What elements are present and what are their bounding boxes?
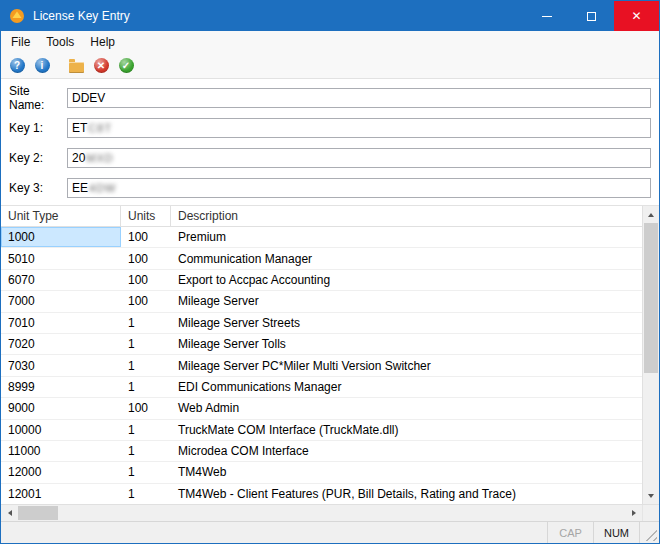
scrollbar-corner (642, 505, 659, 521)
license-form: Site Name:DDEVKey 1:ETC8TKey 2:20MXDKey … (1, 79, 659, 205)
cell-unit-type: 12000 (1, 462, 121, 482)
ok-button[interactable]: ✓ (117, 57, 135, 75)
minimize-button[interactable] (524, 1, 569, 31)
window-title: License Key Entry (33, 9, 130, 23)
menu-item-help[interactable]: Help (82, 31, 123, 53)
maximize-button[interactable] (569, 1, 614, 31)
cell-units: 100 (121, 248, 171, 268)
cell-units: 1 (121, 377, 171, 397)
cell-units: 1 (121, 462, 171, 482)
scroll-down-button[interactable] (643, 487, 659, 504)
horizontal-scrollbar-thumb[interactable] (18, 506, 58, 520)
cell-description: Communication Manager (171, 248, 642, 268)
cell-unit-type: 1000 (1, 227, 121, 247)
table-row[interactable]: 5010100Communication Manager (1, 248, 642, 269)
menu-item-file[interactable]: File (3, 31, 38, 53)
cell-unit-type: 9000 (1, 398, 121, 418)
table-body: 1000100Premium5010100Communication Manag… (1, 227, 642, 504)
key-1-value: ET (72, 121, 87, 135)
cell-units: 1 (121, 420, 171, 440)
key-3-label: Key 3: (9, 181, 67, 195)
arrow-up-icon (648, 213, 654, 217)
scroll-up-button[interactable] (643, 206, 659, 223)
cell-units: 1 (121, 334, 171, 354)
minimize-icon (542, 16, 552, 17)
cell-description: Export to Accpac Accounting (171, 270, 642, 290)
arrow-left-icon (8, 510, 12, 516)
key-3-masked-text: 4DW (89, 182, 116, 194)
table-row[interactable]: 70201Mileage Server Tolls (1, 334, 642, 355)
column-header-unit-type[interactable]: Unit Type (1, 206, 121, 226)
horizontal-scrollbar[interactable] (1, 504, 659, 521)
column-header-description[interactable]: Description (171, 206, 642, 226)
table-row[interactable]: 6070100Export to Accpac Accounting (1, 270, 642, 291)
close-icon: ✕ (631, 9, 641, 23)
cell-unit-type: 7030 (1, 355, 121, 375)
cell-description: Web Admin (171, 398, 642, 418)
cell-units: 1 (121, 355, 171, 375)
cell-description: TM4Web (171, 462, 642, 482)
cell-units: 100 (121, 291, 171, 311)
form-row-site-name: Site Name:DDEV (1, 83, 659, 113)
column-header-units[interactable]: Units (121, 206, 171, 226)
cell-unit-type: 6070 (1, 270, 121, 290)
toolbar: ?i✕✓ (1, 53, 659, 79)
table-row[interactable]: 1000100Premium (1, 227, 642, 248)
app-icon (9, 8, 25, 24)
statusbar: CAP NUM (1, 521, 659, 543)
table-row[interactable]: 7000100Mileage Server (1, 291, 642, 312)
help-button[interactable]: ? (8, 57, 26, 75)
num-lock-indicator: NUM (593, 522, 639, 543)
cell-unit-type: 5010 (1, 248, 121, 268)
table-row[interactable]: 70301Mileage Server PC*Miler Multi Versi… (1, 355, 642, 376)
scroll-left-button[interactable] (1, 505, 18, 521)
maximize-icon (587, 12, 596, 21)
close-button[interactable]: ✕ (614, 1, 659, 31)
cell-units: 100 (121, 398, 171, 418)
vertical-scrollbar[interactable] (642, 206, 659, 504)
info-icon: i (35, 58, 50, 73)
key-1-input[interactable]: ETC8T (67, 118, 651, 138)
site-name-value: DDEV (72, 91, 105, 105)
open-button[interactable] (67, 57, 85, 75)
cell-units: 1 (121, 484, 171, 504)
table-row[interactable]: 120001TM4Web (1, 462, 642, 483)
titlebar[interactable]: License Key Entry ✕ (1, 1, 659, 31)
cell-units: 100 (121, 270, 171, 290)
cancel-icon: ✕ (94, 58, 109, 73)
grid: Unit TypeUnitsDescription 1000100Premium… (1, 206, 642, 504)
table-row[interactable]: 110001Microdea COM Interface (1, 441, 642, 462)
cell-unit-type: 8999 (1, 377, 121, 397)
resize-grip[interactable] (639, 522, 659, 543)
key-2-masked-text: MXD (86, 152, 113, 164)
table-row[interactable]: 89991EDI Communications Manager (1, 377, 642, 398)
cell-description: Mileage Server Tolls (171, 334, 642, 354)
site-name-input[interactable]: DDEV (67, 88, 651, 108)
key-3-input[interactable]: EE4DW (67, 178, 651, 198)
check-icon: ✓ (119, 58, 134, 73)
table-row[interactable]: 9000100Web Admin (1, 398, 642, 419)
table-row[interactable]: 100001TruckMate COM Interface (TruckMate… (1, 420, 642, 441)
form-row-key-3: Key 3:EE4DW (1, 173, 659, 203)
scroll-right-button[interactable] (625, 505, 642, 521)
form-row-key-1: Key 1:ETC8T (1, 113, 659, 143)
key-2-input[interactable]: 20MXD (67, 148, 651, 168)
table-row[interactable]: 70101Mileage Server Streets (1, 313, 642, 334)
vertical-scrollbar-thumb[interactable] (644, 223, 658, 373)
window-controls: ✕ (524, 1, 659, 31)
cell-description: TruckMate COM Interface (TruckMate.dll) (171, 420, 642, 440)
caps-lock-indicator: CAP (547, 522, 593, 543)
cell-unit-type: 11000 (1, 441, 121, 461)
cell-unit-type: 10000 (1, 420, 121, 440)
site-name-label: Site Name: (9, 84, 67, 112)
cell-unit-type: 7020 (1, 334, 121, 354)
arrow-down-icon (648, 494, 654, 498)
horizontal-scrollbar-track[interactable] (58, 505, 625, 521)
folder-icon (69, 62, 84, 73)
cancel-button[interactable]: ✕ (92, 57, 110, 75)
about-button[interactable]: i (33, 57, 51, 75)
key-1-masked-text: C8T (88, 122, 112, 134)
menu-item-tools[interactable]: Tools (38, 31, 82, 53)
cell-description: Mileage Server (171, 291, 642, 311)
table-row[interactable]: 120011TM4Web - Client Features (PUR, Bil… (1, 484, 642, 504)
